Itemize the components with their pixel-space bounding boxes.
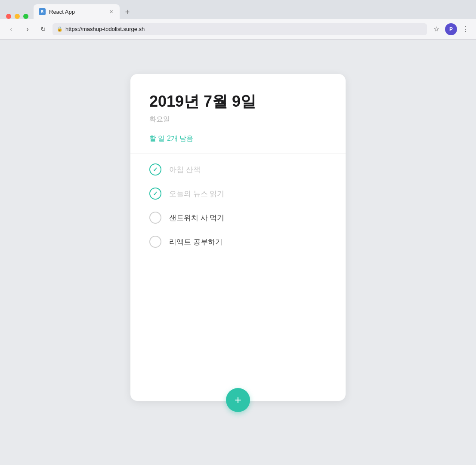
tasks-remaining: 할 일 2개 남음 — [149, 134, 327, 143]
address-actions: ☆ P ⋮ — [431, 23, 471, 35]
bookmark-icon[interactable]: ☆ — [431, 24, 442, 34]
forward-button[interactable]: › — [22, 23, 34, 35]
todo-text: 샌드위치 사 먹기 — [169, 213, 224, 223]
app-card: 2019년 7월 9일 화요일 할 일 2개 남음 ✓ 아침 산책 ✓ — [130, 74, 346, 401]
back-button[interactable]: ‹ — [5, 23, 17, 35]
checkbox-unchecked[interactable] — [149, 236, 161, 248]
page-content: 2019년 7월 9일 화요일 할 일 2개 남음 ✓ 아침 산책 ✓ — [0, 40, 476, 465]
reload-button[interactable]: ↻ — [38, 24, 48, 34]
todo-list: ✓ 아침 산책 ✓ 오늘의 뉴스 읽기 샌드위치 사 먹기 — [130, 154, 346, 401]
browser-window: R React App ✕ + ‹ › ↻ 🔒 https://mashup-t… — [0, 0, 476, 465]
checkbox-checked[interactable]: ✓ — [149, 188, 161, 200]
checkbox-checked[interactable]: ✓ — [149, 163, 161, 176]
tab-favicon: R — [39, 8, 46, 15]
url-bar[interactable]: 🔒 https://mashup-todolist.surge.sh — [53, 23, 427, 35]
fullscreen-button[interactable] — [23, 14, 28, 19]
checkbox-unchecked[interactable] — [149, 212, 161, 224]
todo-text: 오늘의 뉴스 읽기 — [169, 189, 224, 199]
traffic-lights — [3, 14, 34, 19]
close-button[interactable] — [6, 14, 11, 19]
todo-item[interactable]: 리액트 공부하기 — [130, 230, 346, 254]
card-header: 2019년 7월 9일 화요일 할 일 2개 남음 — [130, 74, 346, 154]
address-bar: ‹ › ↻ 🔒 https://mashup-todolist.surge.sh… — [0, 19, 476, 40]
profile-button[interactable]: P — [445, 23, 457, 35]
tab-bar: R React App ✕ + — [0, 0, 476, 19]
url-text: https://mashup-todolist.surge.sh — [65, 26, 145, 32]
new-tab-button[interactable]: + — [121, 6, 133, 18]
lock-icon: 🔒 — [57, 26, 63, 32]
todo-item[interactable]: 샌드위치 사 먹기 — [130, 206, 346, 230]
menu-button[interactable]: ⋮ — [461, 24, 471, 34]
tab-close-button[interactable]: ✕ — [108, 8, 114, 15]
plus-icon: + — [235, 394, 241, 406]
day-of-week: 화요일 — [149, 115, 327, 124]
todo-item[interactable]: ✓ 아침 산책 — [130, 157, 346, 182]
tab-title: React App — [49, 9, 104, 15]
check-mark-icon: ✓ — [153, 190, 158, 197]
date-title: 2019년 7월 9일 — [149, 91, 327, 112]
active-tab[interactable]: R React App ✕ — [34, 4, 120, 19]
todo-item[interactable]: ✓ 오늘의 뉴스 읽기 — [130, 182, 346, 206]
minimize-button[interactable] — [15, 14, 20, 19]
todo-text: 아침 산책 — [169, 165, 201, 175]
add-task-button[interactable]: + — [226, 388, 250, 412]
todo-text: 리액트 공부하기 — [169, 237, 223, 247]
check-mark-icon: ✓ — [153, 166, 158, 173]
